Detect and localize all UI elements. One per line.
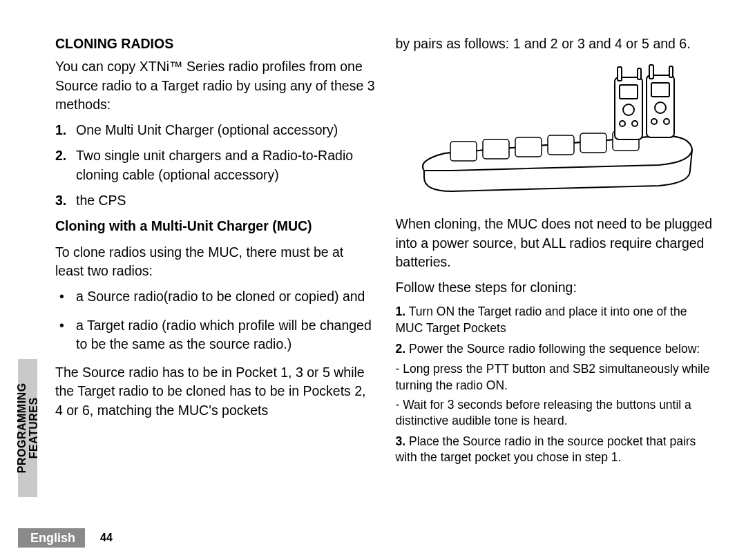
muc-note: When cloning, the MUC does not need to b…: [396, 215, 716, 271]
step-text: Place the Source radio in the source poc…: [396, 434, 696, 465]
steps-list: 1. Turn ON the Target radio and place it…: [396, 304, 716, 466]
svg-point-17: [655, 102, 666, 113]
follow-steps-intro: Follow these steps for cloning:: [396, 278, 716, 297]
muc-intro: To clone radios using the MUC, there mus…: [55, 243, 375, 281]
method-item-2: 2. Two single unit chargers and a Radio-…: [55, 146, 375, 184]
bullet-dot: •: [55, 316, 76, 354]
right-column: by pairs as follows: 1 and 2 or 3 and 4 …: [396, 35, 716, 525]
muc-figure: [396, 60, 716, 205]
svg-rect-0: [450, 142, 477, 161]
svg-point-11: [620, 121, 625, 126]
svg-rect-4: [580, 133, 606, 153]
method-num: 1.: [55, 121, 76, 139]
method-num: 2.: [55, 146, 76, 184]
left-column: CLONING RADIOS You can copy XTNi™ Series…: [55, 35, 375, 525]
footer: English 44: [18, 528, 113, 548]
side-tab-line1: PROGRAMMING: [15, 383, 27, 474]
bullet-list: • a Source radio(radio to be cloned or c…: [55, 287, 375, 354]
svg-point-18: [651, 119, 657, 124]
svg-rect-14: [649, 65, 653, 79]
method-item-1: 1. One Multi Unit Charger (optional acce…: [55, 121, 375, 139]
svg-point-10: [623, 104, 634, 115]
bullet-item-2: • a Target radio (radio which profile wi…: [55, 316, 375, 354]
bullet-dot: •: [55, 287, 76, 306]
footer-page-number: 44: [100, 532, 113, 544]
side-tab-label: PROGRAMMING FEATURES: [16, 383, 39, 474]
bullet-text: a Source radio(radio to be cloned or cop…: [76, 287, 375, 306]
svg-rect-15: [669, 66, 673, 77]
bullet-item-1: • a Source radio(radio to be cloned or c…: [55, 287, 375, 306]
side-tab: PROGRAMMING FEATURES: [18, 359, 37, 497]
svg-rect-3: [548, 135, 574, 155]
svg-point-19: [664, 119, 669, 124]
bullet-text: a Target radio (radio which profile will…: [76, 316, 375, 354]
step-text: Turn ON the Target radio and place it in…: [396, 305, 687, 335]
step-num: 1.: [396, 305, 406, 318]
svg-rect-2: [515, 137, 542, 157]
step-2: 2. Power the Source radio following the …: [396, 341, 716, 358]
method-text: the CPS: [76, 191, 375, 210]
step-2-sub-1: - Long press the PTT button and SB2 simu…: [396, 361, 716, 394]
method-text: Two single unit chargers and a Radio-to-…: [76, 146, 375, 184]
footer-language: English: [18, 528, 85, 548]
svg-rect-9: [620, 85, 638, 99]
method-text: One Multi Unit Charger (optional accesso…: [76, 121, 375, 139]
intro-paragraph: You can copy XTNi™ Series radio profiles…: [55, 57, 375, 114]
method-item-3: 3. the CPS: [55, 191, 375, 210]
step-2-sub-2: - Wait for 3 seconds before releasing th…: [396, 397, 716, 429]
subheading-muc: Cloning with a Multi-Unit Charger (MUC): [55, 217, 375, 235]
methods-list: 1. One Multi Unit Charger (optional acce…: [55, 121, 375, 210]
svg-rect-7: [618, 67, 622, 81]
svg-rect-1: [483, 139, 509, 159]
pockets-paragraph: The Source radio has to be in Pocket 1, …: [55, 363, 375, 420]
side-tab-line2: FEATURES: [27, 397, 39, 458]
method-num: 3.: [55, 191, 76, 210]
step-1: 1. Turn ON the Target radio and place it…: [396, 304, 716, 336]
heading-cloning-radios: CLONING RADIOS: [55, 35, 375, 53]
step-text: Power the Source radio following the seq…: [409, 342, 700, 356]
content-columns: CLONING RADIOS You can copy XTNi™ Series…: [55, 35, 715, 525]
manual-page: PROGRAMMING FEATURES CLONING RADIOS You …: [0, 0, 746, 560]
svg-rect-8: [638, 68, 641, 79]
pairs-paragraph: by pairs as follows: 1 and 2 or 3 and 4 …: [396, 35, 716, 53]
step-num: 3.: [396, 434, 406, 448]
step-num: 2.: [396, 342, 406, 356]
step-3: 3. Place the Source radio in the source …: [396, 434, 716, 466]
svg-point-12: [632, 121, 638, 126]
svg-rect-16: [651, 83, 669, 97]
charger-illustration-icon: [410, 60, 700, 205]
